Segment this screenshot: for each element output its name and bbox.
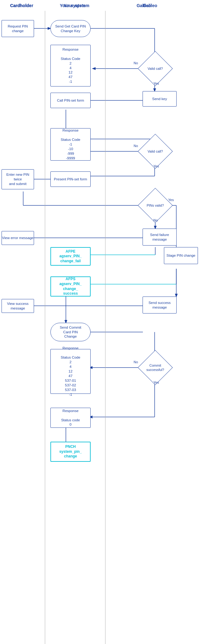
- diagram-container: Cardholder Your system Galileo Request P…: [0, 0, 210, 644]
- view-error-message: View error message: [2, 231, 34, 245]
- response-box-3: Response Status Code 2 4 12 47 537-01 53…: [50, 349, 91, 394]
- send-get-card: Send Get Card PIN Change Key: [50, 20, 91, 37]
- afps-box: AFPS agserv_PIN_ change_ success: [50, 276, 91, 297]
- pnch-box: PNCH system_pin_ change: [50, 442, 91, 462]
- send-key: Send key: [143, 91, 177, 107]
- send-failure-message: Send failure message: [143, 229, 177, 246]
- view-success-message: View success message: [2, 299, 34, 313]
- galileo-label: Galileo: [119, 3, 181, 8]
- afpe-box: AFPE agserv_PIN_ change_fail: [50, 247, 91, 266]
- send-success-message: Send success message: [143, 297, 177, 314]
- request-pin-change: Request PIN change: [2, 20, 34, 37]
- present-pin-set-form: Present PIN-set form: [50, 171, 91, 187]
- response-box-1: Response Status Code 2 4 12 47 -1: [50, 45, 91, 86]
- enter-new-pin: Enter new PIN twice and submit: [2, 169, 34, 189]
- send-commit-card: Send Commit Card PIN Change: [50, 323, 91, 341]
- cardholder-label: Cardholder: [2, 3, 42, 8]
- call-pin-set-form: Call PIN-set form: [50, 93, 91, 108]
- stage-pin-change: Stage PIN change: [164, 247, 198, 264]
- divider-left: [45, 11, 45, 644]
- divider-right: [105, 11, 105, 644]
- your-system-label: Your system: [48, 3, 105, 8]
- response-box-4: Response Status code 0: [50, 408, 91, 428]
- response-box-2: Response Status Code -1 -10 -999 -9999: [50, 128, 91, 161]
